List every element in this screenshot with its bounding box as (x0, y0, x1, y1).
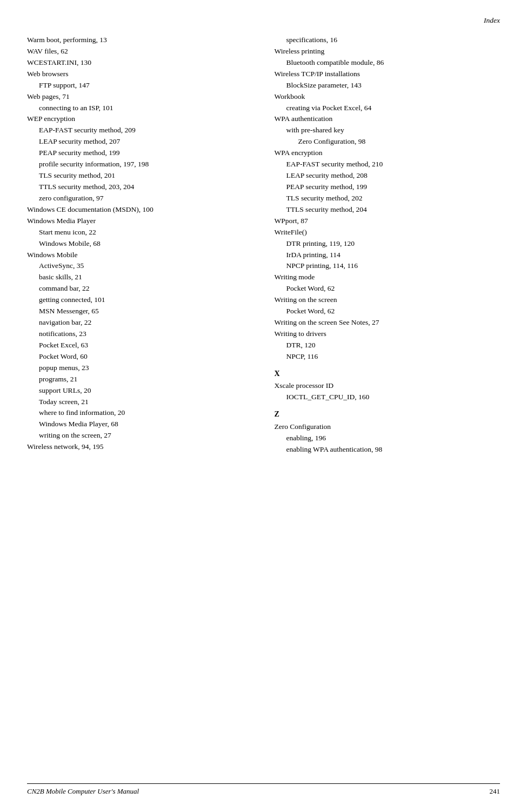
index-sub-entry: enabling WPA authentication, 98 (275, 444, 501, 455)
index-main-entry: Writing to drivers (275, 328, 501, 340)
index-sub-entry: writing on the screen, 27 (27, 430, 253, 441)
index-main-entry: Web pages, 71 (27, 91, 253, 103)
index-main-entry: Web browsers (27, 69, 253, 80)
index-sub-entry: profile security information, 197, 198 (27, 159, 253, 170)
index-sub-entry: with pre-shared key (275, 125, 501, 136)
page-footer: CN2B Mobile Computer User's Manual 241 (27, 783, 500, 796)
index-sub-entry: EAP-FAST security method, 210 (275, 159, 501, 170)
index-sub-entry: TTLS security method, 203, 204 (27, 182, 253, 193)
index-sub-entry: Windows Media Player, 68 (27, 419, 253, 430)
index-main-entry: WPA authentication (275, 113, 501, 125)
index-main-entry: Writing mode (275, 272, 501, 283)
columns-wrapper: Warm boot, performing, 13WAV files, 62WC… (27, 35, 500, 455)
index-sub-entry: FTP support, 147 (27, 80, 253, 91)
index-sub-entry: zero configuration, 97 (27, 193, 253, 204)
index-main-entry: WPport, 87 (275, 216, 501, 227)
index-sub-entry: EAP-FAST security method, 209 (27, 125, 253, 136)
index-main-entry: Wireless TCP/IP installations (275, 69, 501, 80)
index-sub-entry: TLS security method, 202 (275, 193, 501, 204)
page-header: Index (27, 16, 500, 25)
index-main-entry: Windows Mobile (27, 250, 253, 261)
index-main-entry: WCESTART.INI, 130 (27, 57, 253, 69)
section-letter: Z (275, 408, 501, 420)
index-sub-entry: MSN Messenger, 65 (27, 306, 253, 317)
index-sub-entry: getting connected, 101 (27, 294, 253, 306)
index-sub-entry: Pocket Word, 60 (27, 351, 253, 363)
page-container: Index Warm boot, performing, 13WAV files… (0, 0, 527, 812)
index-sub-entry: programs, 21 (27, 374, 253, 385)
index-sub-entry: creating via Pocket Excel, 64 (275, 103, 501, 114)
section-letter: X (275, 368, 501, 380)
index-sub-entry: TLS security method, 201 (27, 170, 253, 182)
index-main-entry: WriteFile() (275, 227, 501, 238)
index-main-entry: Warm boot, performing, 13 (27, 35, 253, 46)
index-main-entry: Wireless printing (275, 46, 501, 57)
index-sub-entry: IOCTL_GET_CPU_ID, 160 (275, 392, 501, 403)
footer-left-text: CN2B Mobile Computer User's Manual (27, 787, 139, 796)
index-sub-entry: Pocket Excel, 63 (27, 340, 253, 351)
index-sub-entry: where to find information, 20 (27, 407, 253, 419)
footer-page-number: 241 (490, 787, 501, 796)
index-sub-entry: DTR printing, 119, 120 (275, 238, 501, 250)
left-column: Warm boot, performing, 13WAV files, 62WC… (27, 35, 253, 453)
index-sub-entry: popup menus, 23 (27, 363, 253, 374)
index-sub-entry: notifications, 23 (27, 328, 253, 340)
index-main-entry: Windows Media Player (27, 216, 253, 227)
index-sub-entry: NPCP, 116 (275, 351, 501, 363)
index-main-entry: Workbook (275, 91, 501, 103)
index-sub-entry: navigation bar, 22 (27, 317, 253, 328)
index-main-entry: Wireless network, 94, 195 (27, 441, 253, 453)
index-sub-entry: LEAP security method, 207 (27, 136, 253, 147)
index-sub-entry: Windows Mobile, 68 (27, 238, 253, 250)
index-sub-entry: command bar, 22 (27, 283, 253, 294)
index-main-entry: WEP encryption (27, 113, 253, 125)
index-sub-entry: support URLs, 20 (27, 385, 253, 397)
index-main-entry: Windows CE documentation (MSDN), 100 (27, 204, 253, 216)
index-main-entry: Writing on the screen (275, 294, 501, 306)
index-main-entry: Writing on the screen See Notes, 27 (275, 317, 501, 328)
index-sub-entry: PEAP security method, 199 (275, 182, 501, 193)
index-main-entry: WPA encryption (275, 147, 501, 159)
index-sub-entry: basic skills, 21 (27, 272, 253, 283)
index-main-entry: Xscale processor ID (275, 380, 501, 392)
index-sub-entry: Start menu icon, 22 (27, 227, 253, 238)
index-main-entry: Zero Configuration (275, 421, 501, 433)
index-sub-entry: DTR, 120 (275, 340, 501, 351)
index-sub-entry: enabling, 196 (275, 433, 501, 444)
index-sub-entry: ActiveSync, 35 (27, 260, 253, 272)
index-sub-entry: BlockSize parameter, 143 (275, 80, 501, 91)
index-sub-entry: TTLS security method, 204 (275, 204, 501, 216)
index-sub-entry: LEAP security method, 208 (275, 170, 501, 182)
index-sub-entry: connecting to an ISP, 101 (27, 103, 253, 114)
index-sub-entry: Pocket Word, 62 (275, 283, 501, 294)
index-subsub-entry: Zero Configuration, 98 (275, 136, 501, 147)
index-sub-entry: IrDA printing, 114 (275, 250, 501, 261)
index-sub-entry: Today screen, 21 (27, 397, 253, 408)
index-sub-entry: specifications, 16 (275, 35, 501, 46)
index-sub-entry: Bluetooth compatible module, 86 (275, 57, 501, 69)
header-title: Index (484, 16, 500, 24)
index-sub-entry: PEAP security method, 199 (27, 147, 253, 159)
index-sub-entry: NPCP printing, 114, 116 (275, 260, 501, 272)
right-column: specifications, 16Wireless printingBluet… (275, 35, 501, 455)
index-sub-entry: Pocket Word, 62 (275, 306, 501, 317)
index-main-entry: WAV files, 62 (27, 46, 253, 57)
